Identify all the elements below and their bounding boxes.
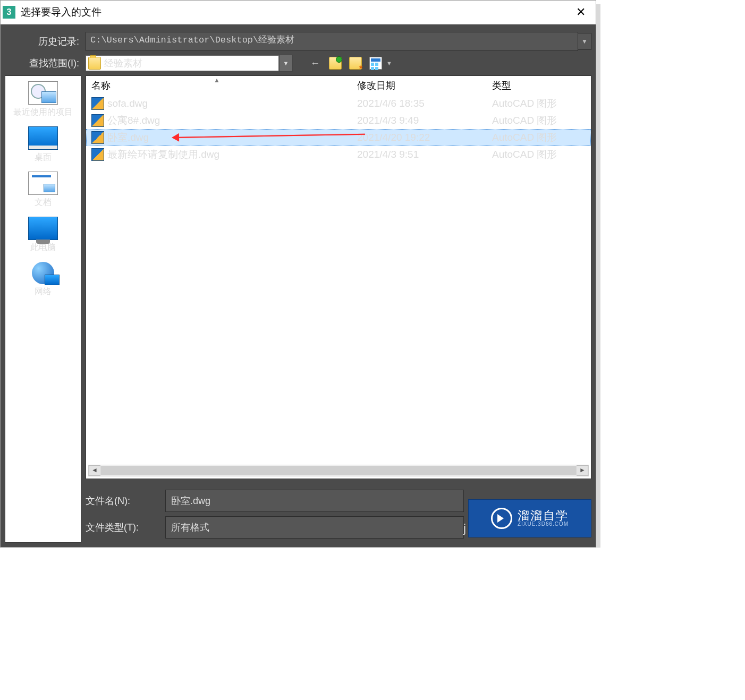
watermark-subtext: ZIXUE.3D66.COM xyxy=(518,522,569,527)
close-button[interactable]: ✕ xyxy=(568,1,594,24)
import-file-dialog: 3 选择要导入的文件 ✕ 历史记录: C:\Users\Administrato… xyxy=(0,0,596,548)
file-date: 2021/4/3 9:51 xyxy=(357,149,492,160)
views-icon xyxy=(369,57,382,70)
lookin-label: 查找范围(I): xyxy=(5,57,86,70)
dwg-file-icon xyxy=(91,114,104,127)
up-folder-icon xyxy=(329,57,342,70)
network-icon-wrap xyxy=(29,262,57,284)
filetype-select[interactable] xyxy=(165,516,464,539)
file-list[interactable]: 名称 ▲ 修改日期 类型 sofa.dwg 2021/4/6 18:35 Aut… xyxy=(86,75,591,479)
file-type: AutoCAD 图形 xyxy=(492,114,586,127)
column-name[interactable]: 名称 ▲ xyxy=(91,79,357,92)
file-date: 2021/4/3 9:49 xyxy=(357,115,492,126)
monitor-overlay-icon xyxy=(45,275,60,285)
sort-indicator-icon: ▲ xyxy=(214,76,220,84)
main-container: 最近使用的项目 桌面 文档 此电脑 xyxy=(5,75,591,543)
file-name: 公寓8#.dwg xyxy=(107,114,160,127)
lookin-combo[interactable]: 经验素材 ▼ xyxy=(86,55,293,71)
footer-form: 文件名(N): 文件类型(T): j 溜溜自学 ZIXUE.3D66.COM xyxy=(86,485,591,543)
place-thispc[interactable]: 此电脑 xyxy=(5,215,81,254)
place-desktop-label: 桌面 xyxy=(35,152,52,163)
file-name: 卧室.dwg xyxy=(107,131,149,144)
nav-newfolder-button[interactable] xyxy=(349,57,362,70)
watermark-badge: 溜溜自学 ZIXUE.3D66.COM xyxy=(468,499,591,537)
place-documents[interactable]: 文档 xyxy=(5,169,81,209)
file-date: 2021/4/20 19:22 xyxy=(357,132,492,143)
lookin-input[interactable]: 经验素材 xyxy=(86,55,279,71)
file-row[interactable]: 最新绘环请复制使用.dwg 2021/4/3 9:51 AutoCAD 图形 xyxy=(86,146,591,163)
documents-icon xyxy=(28,172,58,195)
nav-back-button[interactable]: ← xyxy=(309,57,321,70)
column-date[interactable]: 修改日期 xyxy=(357,79,492,92)
lookin-value: 经验素材 xyxy=(104,57,142,70)
desktop-icon xyxy=(28,126,58,150)
place-recent-label: 最近使用的项目 xyxy=(13,107,73,118)
place-recent[interactable]: 最近使用的项目 xyxy=(5,79,81,119)
history-dropdown-caret[interactable]: ▼ xyxy=(578,33,591,50)
horizontal-scrollbar[interactable]: ◄ ► xyxy=(88,465,589,476)
nav-icons: ← ▼ xyxy=(309,57,392,70)
place-thispc-label: 此电脑 xyxy=(30,242,56,253)
history-label: 历史记录: xyxy=(5,35,86,48)
dwg-file-icon xyxy=(91,148,104,161)
dwg-file-icon xyxy=(91,97,104,110)
file-name: 最新绘环请复制使用.dwg xyxy=(107,148,219,161)
file-row[interactable]: 公寓8#.dwg 2021/4/3 9:49 AutoCAD 图形 xyxy=(86,112,591,129)
history-path-select[interactable]: C:\Users\Administrator\Desktop\经验素材 xyxy=(86,32,578,51)
lookin-dropdown-caret[interactable]: ▼ xyxy=(279,55,293,72)
place-desktop[interactable]: 桌面 xyxy=(5,124,81,164)
dwg-file-icon xyxy=(91,131,104,144)
file-name: sofa.dwg xyxy=(107,98,148,109)
dialog-body: 历史记录: C:\Users\Administrator\Desktop\经验素… xyxy=(1,24,596,547)
column-name-label: 名称 xyxy=(91,80,111,91)
watermark-text: 溜溜自学 xyxy=(518,510,569,522)
file-list-header[interactable]: 名称 ▲ 修改日期 类型 xyxy=(86,76,591,95)
views-dropdown-caret[interactable]: ▼ xyxy=(386,60,392,66)
file-area: 名称 ▲ 修改日期 类型 sofa.dwg 2021/4/6 18:35 Aut… xyxy=(86,75,591,543)
folder-icon xyxy=(88,57,101,70)
file-date: 2021/4/6 18:35 xyxy=(357,98,492,109)
recent-items-icon xyxy=(28,81,58,105)
window-title: 选择要导入的文件 xyxy=(21,5,568,19)
stray-text: j xyxy=(463,522,466,535)
app-icon: 3 xyxy=(3,6,15,19)
history-row: 历史记录: C:\Users\Administrator\Desktop\经验素… xyxy=(5,32,591,51)
new-folder-icon xyxy=(349,57,362,70)
place-network[interactable]: 网络 xyxy=(5,260,81,298)
file-type: AutoCAD 图形 xyxy=(492,148,586,161)
filename-input[interactable] xyxy=(165,490,464,512)
this-pc-icon xyxy=(28,217,58,240)
lookin-row: 查找范围(I): 经验素材 ▼ ← ▼ xyxy=(5,55,591,71)
place-network-label: 网络 xyxy=(35,286,52,297)
filetype-label: 文件类型(T): xyxy=(86,521,165,534)
scroll-thumb[interactable] xyxy=(101,466,576,475)
nav-views-button[interactable] xyxy=(369,57,382,70)
scroll-left-button[interactable]: ◄ xyxy=(89,465,100,476)
nav-up-button[interactable] xyxy=(329,57,342,70)
places-bar: 最近使用的项目 桌面 文档 此电脑 xyxy=(5,75,81,543)
titlebar: 3 选择要导入的文件 ✕ xyxy=(1,1,596,24)
filename-label: 文件名(N): xyxy=(86,494,165,507)
file-row-selected[interactable]: 卧室.dwg 2021/4/20 19:22 AutoCAD 图形 xyxy=(86,129,591,146)
file-type: AutoCAD 图形 xyxy=(492,131,586,144)
column-type[interactable]: 类型 xyxy=(492,79,586,92)
file-type: AutoCAD 图形 xyxy=(492,97,586,110)
play-icon xyxy=(491,508,512,529)
file-row[interactable]: sofa.dwg 2021/4/6 18:35 AutoCAD 图形 xyxy=(86,95,591,112)
place-documents-label: 文档 xyxy=(35,197,52,208)
scroll-right-button[interactable]: ► xyxy=(577,465,588,476)
